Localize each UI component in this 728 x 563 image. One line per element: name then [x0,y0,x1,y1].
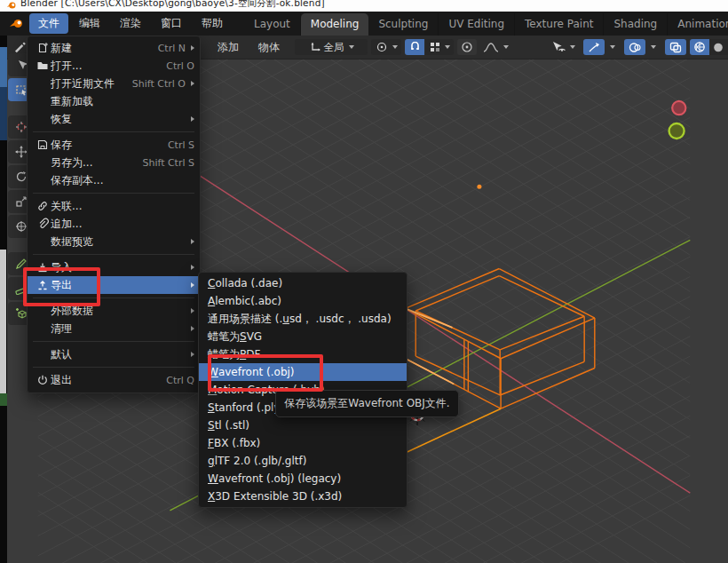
folder-open-icon-slot [35,59,51,72]
object-menu[interactable]: 物体 [255,36,283,59]
file-menu-item-4[interactable]: 恢复 [28,110,200,128]
submenu-arrow-icon [191,308,194,313]
menu-item-label: 退出 [51,373,159,388]
export-submenu-item-0[interactable]: Collada (.dae) [199,274,407,292]
menu-separator [33,193,194,194]
folder-open-icon [36,59,49,72]
snap-toggle[interactable] [405,39,424,55]
measure-tool-icon [15,282,28,295]
proportional-editing-toggle[interactable] [457,39,477,55]
file-menu-item-0[interactable]: 新建Ctrl N [28,39,200,57]
export-submenu-item-3[interactable]: 蜡笔为SVG [199,328,407,345]
editor-type-icon [13,41,27,53]
blender-app-menu-icon[interactable] [9,17,24,30]
background-fragment [0,87,7,140]
export-submenu-item-5[interactable]: Wavefront (.obj) [199,363,407,381]
tab-shading[interactable]: Shading [604,13,668,36]
add-menu[interactable]: 添加 [214,36,242,59]
file-menu-item-15[interactable]: 导出 [28,276,200,294]
visibility-dropdown[interactable] [546,39,580,55]
wireframe-edge [406,308,502,358]
shading-solid-button[interactable] [709,39,727,55]
menu-item-label: 清理 [51,321,186,337]
menu-item-label: 新建 [51,41,151,56]
menu-item-shortcut: Shift Ctrl S [142,157,194,169]
menubar-item-3[interactable]: 窗口 [152,13,191,34]
file-menu-item-8[interactable]: 保存副本... [28,171,200,189]
menu-item-shortcut: Shift Ctrl O [132,78,186,90]
file-menu-item-1[interactable]: 打开...Ctrl O [28,57,200,75]
gizmos-toggle[interactable] [583,39,605,55]
tab-layout[interactable]: Layout [244,13,301,36]
export-submenu-item-11[interactable]: Wavefront (.obj) (legacy) [199,470,407,488]
file-menu-item-18[interactable]: 清理 [28,320,200,337]
link-icon [36,200,49,212]
tab-sculpting[interactable]: Sculpting [368,13,439,36]
submenu-arrow-icon [191,81,194,86]
export-submenu-item-2[interactable]: 通用场景描述 (.usd， .usdc， .usda) [199,310,407,328]
link-icon-slot [35,200,51,212]
tab-texture-paint[interactable]: Texture Paint [515,13,604,36]
shading-wireframe-button[interactable] [690,39,709,55]
export-icon [36,279,49,291]
file-menu-item-6[interactable]: 保存Ctrl S [28,136,200,154]
menu-item-label: 导出 [51,278,186,293]
wireframe-edge [499,276,584,317]
quit-icon [36,374,49,386]
menubar-item-0[interactable]: 文件 [29,13,68,34]
submenu-arrow-icon [191,45,194,51]
snap-with-dropdown[interactable] [425,39,454,55]
export-submenu-item-8[interactable]: Stl (.stl) [199,416,407,434]
tab-animation[interactable]: Animation [668,13,728,36]
export-submenu-item-1[interactable]: Alembic(.abc) [199,292,407,310]
export-submenu-item-9[interactable]: FBX (.fbx) [199,434,407,452]
menu-item-shortcut: Ctrl N [158,43,186,54]
cursor-eye-icon [551,41,566,53]
gizmos-dropdown[interactable] [605,39,619,55]
save-icon [36,139,49,151]
xray-toggle[interactable] [665,39,686,55]
xray-icon [669,42,682,53]
pivot-icon [376,41,388,53]
file-menu-item-14[interactable]: 导入 [28,258,200,276]
export-submenu-item-4[interactable]: 蜡笔为PDF [199,345,407,363]
menubar-item-2[interactable]: 渲染 [111,13,150,34]
tab-uv-editing[interactable]: UV Editing [439,13,515,36]
file-menu-item-11[interactable]: 追加... [28,215,200,233]
menubar-item-1[interactable]: 编辑 [70,13,109,34]
falloff-curve-icon [483,42,499,53]
blender-logo-icon [6,0,17,12]
select-box-tool-icon [15,83,28,96]
overlays-toggle[interactable] [624,39,645,55]
menu-item-label: 追加... [51,217,194,232]
pivot-point-dropdown[interactable] [371,39,401,55]
menu-item-label: 默认 [51,347,186,362]
annotate-tool-icon [15,258,28,270]
file-menu-item-17[interactable]: 外部数据 [28,302,200,320]
import-icon-slot [35,261,51,274]
menubar-item-4[interactable]: 帮助 [193,13,232,34]
file-menu-item-22[interactable]: 退出Ctrl Q [28,371,200,389]
submenu-arrow-icon [191,326,194,331]
file-menu-item-10[interactable]: 关联... [28,197,200,215]
export-submenu-item-12[interactable]: X3D Extensible 3D (.x3d) [199,488,407,505]
orientation-gizmo-icon [309,42,321,53]
scale-tool-icon [15,195,28,208]
tab-modeling[interactable]: Modeling [301,13,369,36]
transform-orientation-dropdown[interactable]: 全局 [295,39,368,55]
file-menu-item-12[interactable]: 数据预览 [28,233,200,250]
export-submenu-item-10[interactable]: glTF 2.0 (.glb/.gltf) [199,452,407,470]
import-icon [36,261,49,274]
file-menu-item-20[interactable]: 默认 [28,345,200,363]
file-menu-item-3[interactable]: 重新加载 [28,92,200,110]
file-new-icon-slot [35,42,51,54]
falloff-dropdown[interactable] [478,39,513,55]
wireframe-edge [415,311,500,350]
overlays-dropdown[interactable] [645,39,660,55]
tweak-tool-icon [15,59,28,71]
file-menu-item-2[interactable]: 打开近期文件Shift Ctrl O [28,75,200,92]
file-menu-item-7[interactable]: 另存为...Shift Ctrl S [28,154,200,171]
wireframe-globe-icon [693,41,706,53]
menu-item-shortcut: Ctrl Q [166,375,194,386]
overlays-icon [629,42,642,53]
